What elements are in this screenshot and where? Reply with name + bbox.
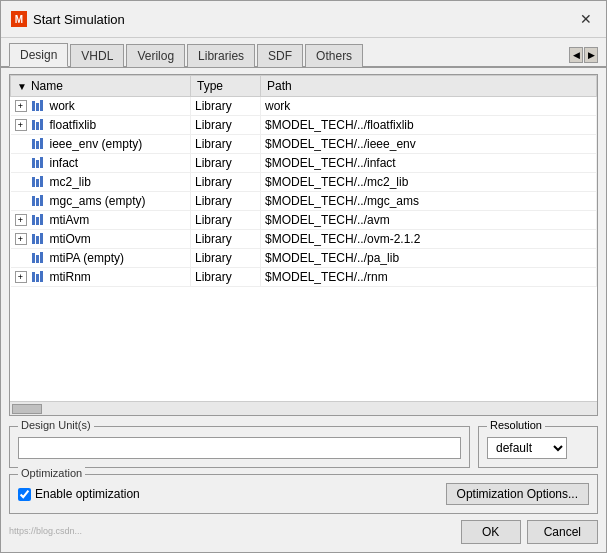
expand-button[interactable]: + bbox=[15, 100, 27, 112]
row-name-text: mtiOvm bbox=[50, 232, 91, 246]
cell-path: $MODEL_TECH/../mc2_lib bbox=[261, 173, 597, 192]
close-button[interactable]: ✕ bbox=[576, 9, 596, 29]
svg-rect-0 bbox=[32, 101, 35, 111]
row-name-text: mtiPA (empty) bbox=[50, 251, 124, 265]
row-name-text: infact bbox=[50, 156, 79, 170]
cell-path: $MODEL_TECH/../mgc_ams bbox=[261, 192, 597, 211]
svg-rect-3 bbox=[32, 120, 35, 130]
svg-rect-11 bbox=[40, 157, 43, 168]
svg-rect-26 bbox=[40, 252, 43, 263]
design-units-label: Design Unit(s) bbox=[18, 419, 94, 431]
expand-button[interactable]: + bbox=[15, 119, 27, 131]
table-row[interactable]: mgc_ams (empty)Library$MODEL_TECH/../mgc… bbox=[11, 192, 597, 211]
svg-rect-21 bbox=[32, 234, 35, 244]
svg-rect-8 bbox=[40, 138, 43, 149]
cell-path: $MODEL_TECH/../pa_lib bbox=[261, 249, 597, 268]
enable-optimization-checkbox[interactable] bbox=[18, 488, 31, 501]
row-name-text: mc2_lib bbox=[50, 175, 91, 189]
ok-button[interactable]: OK bbox=[461, 520, 521, 544]
optimization-options-button[interactable]: Optimization Options... bbox=[446, 483, 589, 505]
cell-path: $MODEL_TECH/../avm bbox=[261, 211, 597, 230]
tab-scroll-left[interactable]: ◀ bbox=[569, 47, 583, 63]
resolution-label: Resolution bbox=[487, 419, 545, 431]
svg-rect-9 bbox=[32, 158, 35, 168]
optimization-label: Optimization bbox=[18, 467, 85, 479]
svg-rect-28 bbox=[36, 274, 39, 282]
design-units-section: Design Unit(s) bbox=[9, 426, 470, 468]
tab-sdf[interactable]: SDF bbox=[257, 44, 303, 67]
cell-type: Library bbox=[191, 268, 261, 287]
table-row[interactable]: + mtiAvmLibrary$MODEL_TECH/../avm bbox=[11, 211, 597, 230]
resolution-select[interactable]: default1ns1ps1fs10ns100ns bbox=[487, 437, 567, 459]
start-simulation-dialog: M Start Simulation ✕ Design VHDL Verilog… bbox=[0, 0, 607, 553]
svg-rect-10 bbox=[36, 160, 39, 168]
title-bar: M Start Simulation ✕ bbox=[1, 1, 606, 38]
library-icon bbox=[31, 251, 45, 265]
tab-others[interactable]: Others bbox=[305, 44, 363, 67]
svg-rect-18 bbox=[32, 215, 35, 225]
horizontal-scrollbar[interactable] bbox=[10, 401, 597, 415]
cell-name: + mtiOvm bbox=[11, 230, 191, 249]
cell-path: work bbox=[261, 97, 597, 116]
svg-rect-2 bbox=[40, 100, 43, 111]
expand-button[interactable]: + bbox=[15, 214, 27, 226]
cell-type: Library bbox=[191, 211, 261, 230]
cell-name: + work bbox=[11, 97, 191, 116]
library-icon bbox=[31, 137, 45, 151]
svg-rect-29 bbox=[40, 271, 43, 282]
library-icon bbox=[31, 213, 45, 227]
library-icon bbox=[31, 270, 45, 284]
cell-path: $MODEL_TECH/../rnm bbox=[261, 268, 597, 287]
tab-scroll-right[interactable]: ▶ bbox=[584, 47, 598, 63]
table-row[interactable]: + floatfixlibLibrary$MODEL_TECH/../float… bbox=[11, 116, 597, 135]
svg-rect-1 bbox=[36, 103, 39, 111]
bottom-area: Design Unit(s) Resolution default1ns1ps1… bbox=[1, 422, 606, 518]
watermark-text: https://blog.csdn... bbox=[9, 526, 82, 538]
col-type: Type bbox=[191, 76, 261, 97]
row-name-text: mgc_ams (empty) bbox=[50, 194, 146, 208]
svg-rect-14 bbox=[40, 176, 43, 187]
svg-rect-16 bbox=[36, 198, 39, 206]
expand-button[interactable]: + bbox=[15, 233, 27, 245]
cell-path: $MODEL_TECH/../floatfixlib bbox=[261, 116, 597, 135]
cell-name: mgc_ams (empty) bbox=[11, 192, 191, 211]
cancel-button[interactable]: Cancel bbox=[527, 520, 598, 544]
table-row[interactable]: + mtiRnmLibrary$MODEL_TECH/../rnm bbox=[11, 268, 597, 287]
table-row[interactable]: ieee_env (empty)Library$MODEL_TECH/../ie… bbox=[11, 135, 597, 154]
library-icon bbox=[31, 175, 45, 189]
tab-verilog[interactable]: Verilog bbox=[126, 44, 185, 67]
row-name-text: work bbox=[50, 99, 75, 113]
cell-path: $MODEL_TECH/../ovm-2.1.2 bbox=[261, 230, 597, 249]
expand-button[interactable]: + bbox=[15, 271, 27, 283]
svg-rect-15 bbox=[32, 196, 35, 206]
tab-vhdl[interactable]: VHDL bbox=[70, 44, 124, 67]
library-icon bbox=[31, 156, 45, 170]
cell-name: + floatfixlib bbox=[11, 116, 191, 135]
cell-name: + mtiRnm bbox=[11, 268, 191, 287]
table-row[interactable]: + mtiOvmLibrary$MODEL_TECH/../ovm-2.1.2 bbox=[11, 230, 597, 249]
enable-optimization-label[interactable]: Enable optimization bbox=[18, 487, 140, 501]
svg-rect-4 bbox=[36, 122, 39, 130]
tab-design[interactable]: Design bbox=[9, 43, 68, 67]
cell-name: mtiPA (empty) bbox=[11, 249, 191, 268]
library-table: ▼Name Type Path + workLibrarywork+ float… bbox=[10, 75, 597, 287]
design-units-input[interactable] bbox=[18, 437, 461, 459]
cell-name: mc2_lib bbox=[11, 173, 191, 192]
table-row[interactable]: + workLibrarywork bbox=[11, 97, 597, 116]
col-path: Path bbox=[261, 76, 597, 97]
table-row[interactable]: mc2_libLibrary$MODEL_TECH/../mc2_lib bbox=[11, 173, 597, 192]
cell-type: Library bbox=[191, 230, 261, 249]
table-container[interactable]: ▼Name Type Path + workLibrarywork+ float… bbox=[10, 75, 597, 401]
cell-type: Library bbox=[191, 154, 261, 173]
library-table-area: ▼Name Type Path + workLibrarywork+ float… bbox=[9, 74, 598, 416]
row-name-text: floatfixlib bbox=[50, 118, 97, 132]
sort-icon: ▼ bbox=[17, 81, 27, 92]
table-row[interactable]: infactLibrary$MODEL_TECH/../infact bbox=[11, 154, 597, 173]
svg-rect-22 bbox=[36, 236, 39, 244]
svg-rect-25 bbox=[36, 255, 39, 263]
optimization-section: Optimization Enable optimization Optimiz… bbox=[9, 474, 598, 514]
table-row[interactable]: mtiPA (empty)Library$MODEL_TECH/../pa_li… bbox=[11, 249, 597, 268]
cell-path: $MODEL_TECH/../ieee_env bbox=[261, 135, 597, 154]
col-name: ▼Name bbox=[11, 76, 191, 97]
tab-libraries[interactable]: Libraries bbox=[187, 44, 255, 67]
